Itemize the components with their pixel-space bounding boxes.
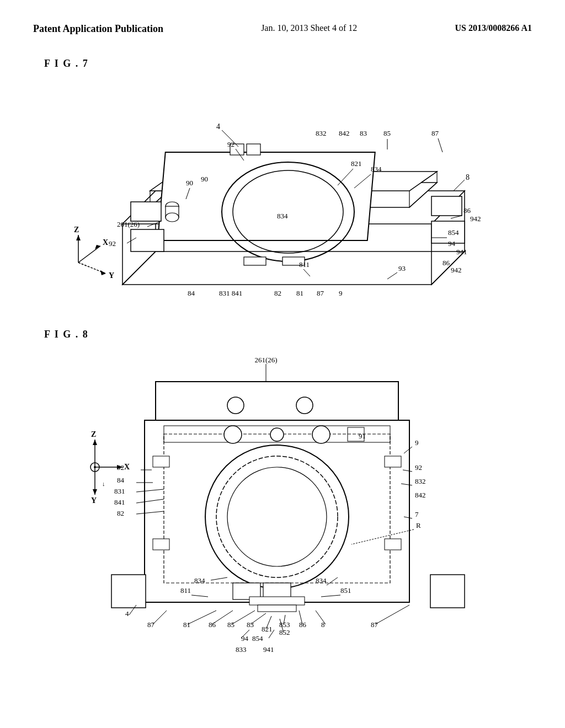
svg-text:941: 941 <box>456 248 467 256</box>
fig7-container: Z Y X <box>45 75 520 329</box>
page-header: Patent Application Publication Jan. 10, … <box>0 0 565 47</box>
svg-text:9: 9 <box>415 438 419 447</box>
svg-text:87: 87 <box>371 620 379 629</box>
svg-point-87 <box>224 426 242 443</box>
svg-text:↓: ↓ <box>102 480 105 487</box>
svg-line-165 <box>250 613 266 624</box>
svg-line-36 <box>438 138 443 152</box>
svg-text:834: 834 <box>277 212 288 220</box>
svg-text:X: X <box>124 463 130 471</box>
svg-text:87: 87 <box>317 289 324 297</box>
svg-text:7: 7 <box>415 510 419 518</box>
svg-line-161 <box>153 611 167 624</box>
svg-text:83: 83 <box>247 620 254 629</box>
svg-text:811: 811 <box>299 260 310 269</box>
figures-content: F I G . 7 Z Y X <box>0 47 565 677</box>
svg-point-81 <box>296 397 313 414</box>
svg-rect-77 <box>156 382 398 420</box>
svg-text:91: 91 <box>359 432 366 440</box>
page: Patent Application Publication Jan. 10, … <box>0 0 565 728</box>
svg-text:86: 86 <box>463 206 471 215</box>
svg-rect-20 <box>131 229 164 251</box>
svg-text:842: 842 <box>339 129 350 137</box>
svg-rect-82 <box>145 420 409 602</box>
svg-text:852: 852 <box>279 628 290 636</box>
svg-text:842: 842 <box>415 491 426 499</box>
svg-text:81: 81 <box>183 620 190 629</box>
svg-text:81: 81 <box>296 289 303 297</box>
svg-text:854: 854 <box>448 228 459 237</box>
svg-text:4: 4 <box>216 122 220 131</box>
svg-rect-29 <box>244 257 266 265</box>
svg-text:9: 9 <box>339 289 343 297</box>
svg-text:821: 821 <box>351 159 362 168</box>
svg-text:93: 93 <box>398 264 406 272</box>
svg-text:834: 834 <box>194 576 205 585</box>
svg-text:834: 834 <box>371 165 382 173</box>
svg-text:92: 92 <box>415 463 422 472</box>
svg-text:84: 84 <box>188 289 195 297</box>
svg-point-89 <box>312 426 330 443</box>
svg-rect-85 <box>430 575 465 608</box>
svg-rect-99 <box>153 456 169 467</box>
svg-text:85: 85 <box>227 620 234 629</box>
fig7-svg: Z Y X <box>45 75 520 329</box>
publication-title: Patent Application Publication <box>33 22 163 36</box>
svg-marker-109 <box>93 440 97 445</box>
svg-rect-98 <box>258 605 296 612</box>
svg-point-88 <box>270 428 284 441</box>
svg-text:821: 821 <box>262 625 273 633</box>
svg-text:941: 941 <box>263 645 274 654</box>
svg-text:831: 831 <box>114 487 125 495</box>
svg-text:833: 833 <box>236 645 247 654</box>
svg-text:92: 92 <box>117 463 124 472</box>
svg-rect-17 <box>158 152 375 240</box>
svg-line-2 <box>78 246 100 263</box>
svg-text:94: 94 <box>241 634 249 643</box>
svg-rect-84 <box>111 575 146 608</box>
svg-text:4: 4 <box>125 609 129 618</box>
svg-text:261(26): 261(26) <box>254 356 277 364</box>
svg-text:87: 87 <box>147 620 155 629</box>
svg-marker-3 <box>76 235 81 240</box>
patent-number: US 2013/0008266 A1 <box>455 22 532 34</box>
svg-marker-4 <box>100 270 106 275</box>
svg-rect-22 <box>431 196 462 216</box>
fig8-svg: 261(26) 90 90 <box>45 346 520 666</box>
fig8-container: 261(26) 90 90 <box>45 346 520 655</box>
svg-text:851: 851 <box>340 586 351 595</box>
svg-text:92: 92 <box>227 140 234 148</box>
svg-text:841: 841 <box>114 498 125 506</box>
svg-line-68 <box>387 272 397 279</box>
svg-text:94: 94 <box>448 239 456 248</box>
svg-text:942: 942 <box>470 215 481 223</box>
svg-line-171 <box>375 605 409 624</box>
svg-text:Y: Y <box>109 271 114 280</box>
fig7-label: F I G . 7 <box>44 58 532 69</box>
svg-line-66 <box>303 269 310 276</box>
svg-rect-100 <box>153 539 169 550</box>
svg-point-28 <box>166 213 179 222</box>
svg-text:85: 85 <box>383 129 391 137</box>
svg-text:83: 83 <box>360 129 367 137</box>
svg-text:R: R <box>416 521 421 529</box>
svg-text:Y: Y <box>91 496 97 505</box>
svg-text:811: 811 <box>180 586 191 595</box>
svg-line-33 <box>454 180 465 191</box>
svg-text:Z: Z <box>91 430 96 438</box>
svg-text:942: 942 <box>451 266 462 274</box>
svg-rect-21 <box>131 202 161 221</box>
svg-rect-101 <box>385 456 401 467</box>
svg-marker-9 <box>122 251 465 285</box>
svg-text:831 841: 831 841 <box>219 289 242 297</box>
svg-text:92: 92 <box>109 239 116 248</box>
sheet-info: Jan. 10, 2013 Sheet 4 of 12 <box>261 22 357 34</box>
svg-marker-110 <box>93 489 97 495</box>
svg-text:832: 832 <box>316 129 327 137</box>
svg-text:Z: Z <box>74 226 79 234</box>
svg-text:86: 86 <box>209 620 216 629</box>
svg-text:X: X <box>103 238 108 247</box>
svg-text:8: 8 <box>321 620 325 629</box>
svg-text:90: 90 <box>186 179 193 187</box>
svg-text:82: 82 <box>117 509 124 517</box>
